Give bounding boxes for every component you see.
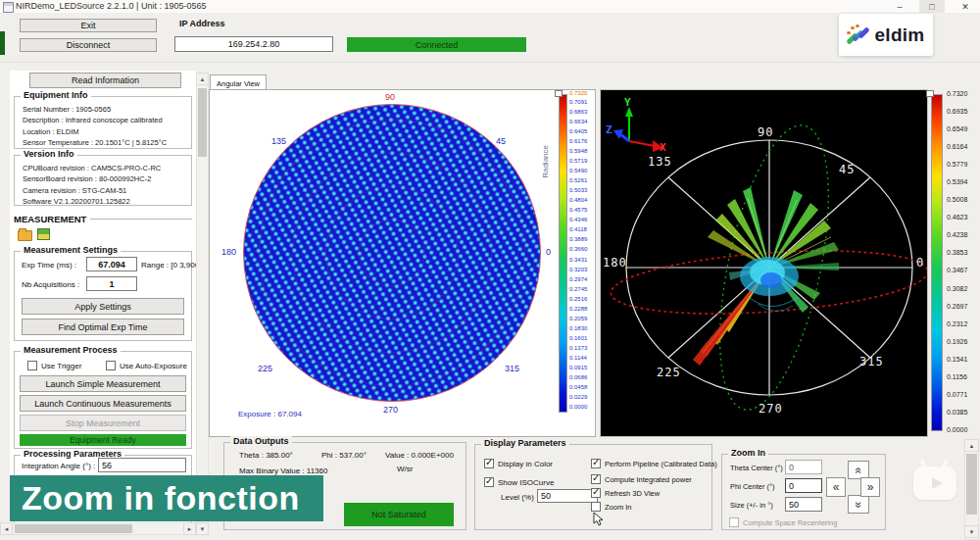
list-item-text: 0.2745 (569, 286, 595, 292)
close-button[interactable]: ✕ (953, 0, 978, 13)
list-item-text: 0.5490 (569, 168, 595, 173)
view3d-colorbar-handle[interactable] (926, 90, 934, 97)
apply-settings-button[interactable]: Apply Settings (22, 298, 184, 315)
perform-pipeline-checkbox[interactable] (591, 459, 601, 468)
list-item-text: 0.3431 (569, 257, 595, 263)
angular-colorbar (559, 94, 567, 413)
list-item-text: 0.1144 (569, 355, 595, 361)
list-item-text: 0.2974 (569, 276, 595, 282)
list-item-text: 0.6405 (569, 128, 595, 134)
list-item-text: 0.1926 (947, 338, 978, 345)
list-item-text: 0.0771 (947, 391, 978, 398)
exp-time-input[interactable]: 67.094 (86, 257, 137, 271)
compute-space-recentering-checkbox[interactable] (729, 517, 739, 527)
list-item-text: 0.6164 (947, 143, 978, 150)
level-input[interactable]: 50 (537, 489, 598, 503)
list-item-text: 0.4575 (569, 207, 595, 213)
list-item-text: 0.6549 (947, 125, 978, 132)
read-information-button[interactable]: Read Information (29, 73, 181, 88)
saturation-status: Not Saturated (344, 503, 454, 526)
use-trigger-checkbox[interactable] (27, 361, 37, 370)
list-item-text: 0.5719 (569, 158, 595, 164)
list-item-text: 0.7091 (569, 99, 595, 105)
pan-down-button[interactable]: » (848, 495, 869, 514)
integration-angle-label: Integration Angle (°) : (22, 462, 95, 470)
zoom-in-group: Zoom In Theta Center (°) 0 Phi Center (°… (721, 454, 886, 530)
max-binary-readout: Max Binary Value : 11360 (239, 466, 327, 475)
list-item-text: 0.5261 (569, 177, 595, 183)
display-in-color-checkbox[interactable] (484, 459, 494, 468)
angular-view-disk[interactable] (243, 104, 541, 402)
right-scroll-up-arrow[interactable]: ▲ (964, 439, 979, 452)
maximize-button[interactable]: □ (919, 0, 945, 13)
pan-right-button[interactable]: » (860, 477, 880, 497)
connection-status-badge: Connected (347, 37, 526, 52)
axis-label-z: Z (606, 123, 612, 136)
nb-acquisitions-input[interactable]: 1 (86, 276, 137, 291)
list-item-text: 0.0000 (569, 404, 595, 410)
ip-address-input[interactable]: 169.254.2.80 (174, 36, 333, 52)
list-item-text: 0.4346 (569, 217, 595, 222)
stop-measurement-button: Stop Measurement (20, 415, 186, 431)
launch-simple-measurement-button[interactable]: Launch Simple Measurement (20, 375, 186, 392)
nb-acquisitions-label: Nb Acquisitions : (22, 280, 79, 289)
phi-center-input[interactable]: 0 (785, 478, 822, 493)
radiance-axis-title: Radiance (541, 145, 550, 178)
size-input[interactable]: 50 (785, 497, 822, 512)
save-icon[interactable] (37, 228, 50, 240)
list-item-text: 0.1541 (947, 356, 978, 363)
phi-readout: Phi : 537.00° (321, 451, 367, 460)
mouse-cursor-icon (593, 512, 604, 526)
pan-down-glyph: » (852, 501, 865, 508)
exit-button[interactable]: Exit (20, 19, 157, 32)
list-item-text: 0.2288 (569, 306, 595, 312)
open-folder-icon[interactable] (18, 230, 32, 241)
list-item-text: 0.0458 (569, 384, 595, 390)
angular-colorbar-handle[interactable] (555, 90, 563, 97)
measurement-settings-title: Measurement Settings (21, 245, 121, 255)
right-scroll-down-arrow[interactable]: ▼ (964, 525, 979, 538)
list-item-text: 0.3660 (569, 246, 595, 252)
iso-rings (244, 105, 540, 401)
compute-integrated-power-checkbox[interactable] (591, 474, 601, 484)
show-isocurve-checkbox[interactable] (484, 477, 494, 487)
polar-label-315: 315 (505, 364, 519, 373)
view-3d-panel[interactable]: Y X Z 90 135 45 180 0 225 315 270 (600, 89, 928, 437)
zoom-in-checkbox[interactable] (591, 502, 601, 512)
value-unit: W/sr (397, 465, 413, 473)
list-item-text: 0.3203 (569, 267, 595, 272)
list-item-text: 0.0385 (947, 409, 978, 416)
list-item-text: 0.0229 (569, 394, 595, 400)
find-optimal-exp-time-button[interactable]: Find Optimal Exp Time (22, 319, 184, 335)
size-label: Size (+/- in °) (730, 501, 773, 510)
left-scrollbar-thumb[interactable] (198, 88, 207, 157)
theta-readout: Theta : 385.00° (239, 451, 293, 460)
show-isocurve-label: Show ISOCurve (498, 478, 554, 487)
list-item-text: 0.1373 (569, 345, 595, 351)
right-scrollbar-thumb[interactable] (966, 454, 977, 515)
use-auto-exposure-checkbox[interactable] (106, 361, 116, 370)
launch-continuous-measurements-button[interactable]: Launch Continuous Measurements (20, 395, 186, 412)
list-item-text: 0.4804 (569, 197, 595, 203)
refresh-3d-view-checkbox[interactable] (591, 488, 601, 498)
application-window: NIRDemo_LEDSource 2.2.1.0 | Unit : 1905-… (0, 0, 980, 540)
list-item-text: 0.1601 (569, 335, 595, 341)
theta-center-input[interactable]: 0 (785, 460, 822, 474)
hscroll-thumb[interactable] (15, 524, 132, 533)
axis-label-x: X (660, 141, 666, 154)
list-item-text: Camera revision : STG-CAM-51 (23, 185, 189, 196)
version-info-lines: CPUBoard revision : CAM5CS-PRO-C-RCSenso… (23, 163, 189, 207)
pan-left-button[interactable]: « (826, 477, 846, 497)
minimize-button[interactable]: – (887, 0, 912, 13)
left-scroll-up-arrow[interactable]: ▲ (196, 73, 209, 85)
integration-angle-input[interactable]: 56 (98, 458, 186, 472)
left-scroll-down-arrow[interactable]: ▼ (196, 522, 209, 535)
list-item-text: 0.4238 (947, 231, 978, 238)
version-info-title: Version Info (21, 149, 77, 159)
hscroll-right-arrow[interactable]: ► (183, 522, 196, 535)
disconnect-button[interactable]: Disconnect (20, 38, 157, 52)
hscroll-left-arrow[interactable]: ◄ (0, 522, 13, 535)
zoom-in-label: Zoom In (605, 503, 632, 512)
edge-accent-strip (0, 31, 5, 55)
list-item-text: 0.6863 (569, 109, 595, 115)
